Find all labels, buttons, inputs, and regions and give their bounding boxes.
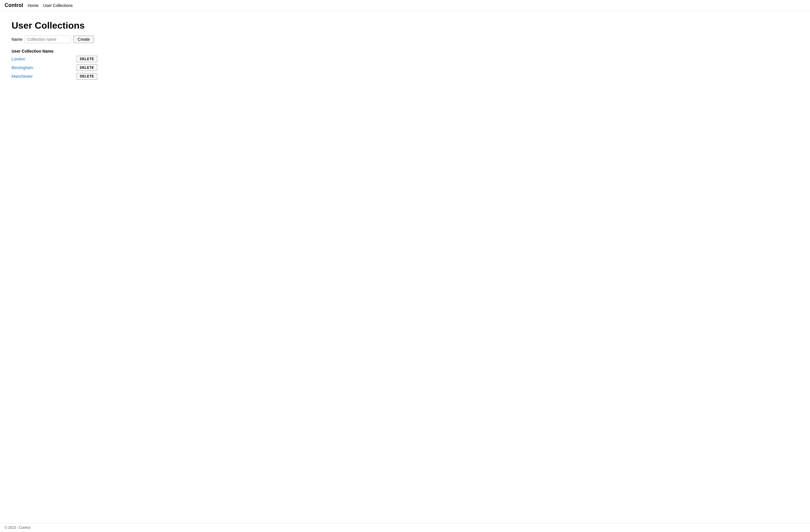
delete-button[interactable]: DELETE: [77, 73, 97, 80]
delete-button[interactable]: DELETE: [77, 56, 97, 62]
table-row: LondonDELETE: [12, 55, 102, 63]
main-content: User Collections Name Create User Collec…: [0, 11, 810, 90]
page-title: User Collections: [12, 20, 798, 31]
table-row: BirminghamDELETE: [12, 63, 102, 72]
create-form: Name Create: [12, 36, 798, 43]
delete-button[interactable]: DELETE: [77, 65, 97, 71]
collection-link[interactable]: Birmingham: [12, 65, 33, 70]
table-header-actions: [77, 48, 102, 55]
name-label: Name: [12, 37, 22, 41]
collection-name-input[interactable]: [25, 36, 71, 43]
collection-link[interactable]: London: [12, 57, 25, 61]
table-header-name: User Collection Name: [12, 48, 77, 55]
navbar-link-home[interactable]: Home: [28, 3, 38, 8]
navbar-link-user-collections[interactable]: User Collections: [43, 3, 72, 8]
create-button[interactable]: Create: [73, 36, 94, 43]
table-row: ManchesterDELETE: [12, 72, 102, 81]
navbar-brand[interactable]: Control: [5, 2, 23, 9]
navbar: Control Home User Collections: [0, 0, 810, 11]
collections-table: User Collection Name LondonDELETEBirming…: [12, 48, 102, 81]
collection-link[interactable]: Manchester: [12, 74, 33, 79]
